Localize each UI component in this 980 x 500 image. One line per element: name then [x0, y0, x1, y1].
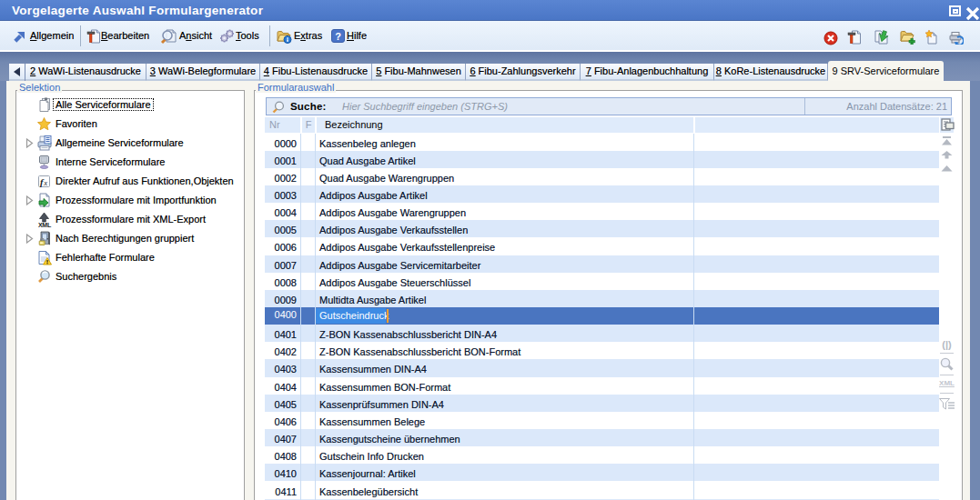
- svg-text:?: ?: [335, 31, 341, 42]
- svg-text:XML: XML: [38, 222, 52, 228]
- svg-text:x: x: [43, 178, 47, 187]
